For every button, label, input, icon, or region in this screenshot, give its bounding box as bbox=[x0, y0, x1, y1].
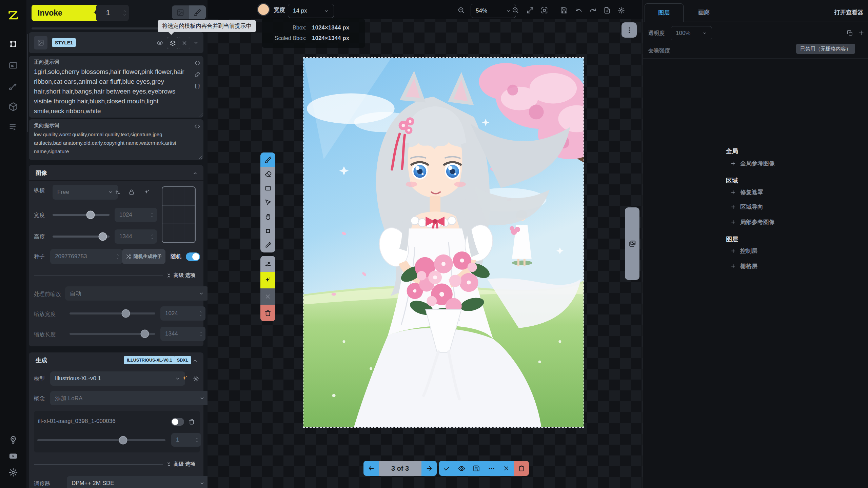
nav-queue-icon[interactable] bbox=[6, 120, 20, 134]
aspect-select[interactable]: Free bbox=[53, 185, 118, 200]
lora-enabled-toggle[interactable] bbox=[171, 418, 184, 426]
add-inpaint-mask[interactable]: 修复遮罩 bbox=[730, 188, 763, 196]
model-settings-button[interactable] bbox=[192, 374, 200, 383]
lora-weight-input[interactable]: 1 bbox=[171, 433, 201, 447]
prompt-braces-button[interactable]: { } bbox=[193, 81, 202, 90]
template-image-mode-button[interactable] bbox=[172, 5, 189, 19]
optimize-size-button[interactable] bbox=[142, 188, 151, 197]
style-badge[interactable]: STYLE1 bbox=[52, 38, 76, 47]
model-default-settings-button[interactable] bbox=[180, 374, 189, 383]
slider-knob[interactable] bbox=[99, 232, 107, 241]
random-seed-toggle[interactable] bbox=[186, 252, 200, 261]
add-lora-select[interactable]: 添加 LoRA bbox=[50, 391, 210, 405]
prompt-link-button[interactable] bbox=[193, 70, 202, 79]
lora-weight-slider[interactable] bbox=[37, 439, 165, 441]
negative-prompt-input[interactable]: low quality,worst quality,normal quality… bbox=[34, 130, 188, 157]
randomize-seed-button[interactable]: 随机生成种子 bbox=[122, 249, 165, 264]
generated-image-bbox[interactable] bbox=[303, 57, 584, 428]
queue-count-stepper[interactable] bbox=[120, 9, 129, 17]
canvas-context-menu-button[interactable] bbox=[622, 22, 637, 38]
redo-button[interactable] bbox=[588, 5, 598, 15]
seed-stepper[interactable] bbox=[114, 253, 121, 260]
scale-mode-select[interactable]: 自动 bbox=[65, 286, 209, 301]
tab-layers[interactable]: 图层 bbox=[645, 3, 684, 22]
collapse-section-button[interactable] bbox=[191, 169, 199, 177]
prompt-code-button[interactable] bbox=[193, 59, 202, 67]
zoom-out-button[interactable] bbox=[456, 5, 466, 15]
add-regional-reference-image[interactable]: 局部参考图像 bbox=[730, 218, 775, 226]
lora-delete-button[interactable] bbox=[187, 417, 196, 426]
delete-region-button[interactable] bbox=[260, 305, 275, 321]
nav-upscale-icon[interactable] bbox=[6, 59, 20, 72]
collapse-section-button[interactable] bbox=[191, 357, 199, 365]
accept-image-button[interactable] bbox=[439, 461, 454, 476]
generate-region-button[interactable] bbox=[260, 272, 275, 288]
height-slider[interactable] bbox=[53, 236, 110, 238]
tool-brush[interactable] bbox=[260, 152, 275, 167]
canvas-area[interactable]: 宽度 14 px 54% Bbox:1024×1344 px bbox=[208, 0, 643, 488]
nav-canvas-icon[interactable] bbox=[6, 37, 20, 51]
style-remove-button[interactable] bbox=[179, 37, 190, 49]
canvas-settings-button[interactable] bbox=[616, 5, 626, 15]
slider-knob[interactable] bbox=[122, 309, 130, 318]
resize-handle[interactable] bbox=[198, 155, 202, 159]
new-canvas-button[interactable] bbox=[602, 5, 612, 15]
add-control-layer[interactable]: 控制层 bbox=[730, 247, 757, 255]
next-image-button[interactable] bbox=[421, 461, 437, 476]
height-stepper[interactable] bbox=[149, 233, 156, 240]
height-input[interactable]: 1344 bbox=[115, 229, 157, 244]
add-raster-layer[interactable]: 栅格层 bbox=[730, 262, 757, 270]
tool-select[interactable] bbox=[260, 195, 275, 209]
tool-color-picker[interactable] bbox=[260, 238, 275, 252]
slider-knob[interactable] bbox=[141, 330, 149, 338]
show-hide-button[interactable] bbox=[454, 461, 469, 476]
panel-scrollbar[interactable] bbox=[27, 34, 28, 132]
youtube-icon[interactable] bbox=[6, 449, 20, 463]
fit-view-button[interactable] bbox=[525, 5, 535, 15]
brush-color-swatch[interactable] bbox=[258, 4, 269, 15]
width-slider[interactable] bbox=[53, 214, 110, 216]
generation-advanced-options[interactable]: 高级 选项 bbox=[166, 461, 195, 467]
discard-all-button[interactable] bbox=[514, 461, 529, 476]
fit-bbox-button[interactable] bbox=[539, 5, 549, 15]
gallery-panel-handle[interactable] bbox=[625, 207, 639, 280]
filter-button[interactable] bbox=[260, 256, 275, 272]
tips-lightbulb-icon[interactable] bbox=[6, 433, 20, 447]
scaled-width-slider[interactable] bbox=[70, 312, 155, 314]
slider-knob[interactable] bbox=[86, 211, 95, 219]
tool-transform[interactable] bbox=[260, 224, 275, 238]
cancel-region-button[interactable] bbox=[260, 288, 275, 305]
save-canvas-button[interactable] bbox=[559, 5, 569, 15]
scheduler-select[interactable]: DPM++ 2M SDE bbox=[67, 476, 210, 488]
discard-image-button[interactable] bbox=[499, 461, 514, 476]
tool-pan[interactable] bbox=[260, 209, 275, 224]
nav-workflows-icon[interactable] bbox=[6, 80, 20, 93]
seed-input[interactable]: 2097769753 bbox=[50, 249, 122, 264]
style-thumbnail[interactable] bbox=[34, 36, 47, 49]
brush-width-select[interactable]: 14 px bbox=[288, 4, 334, 18]
add-regional-guidance[interactable]: 区域导向 bbox=[730, 203, 763, 211]
open-viewer-button[interactable]: 打开查看器 bbox=[806, 3, 863, 21]
style-expand-button[interactable] bbox=[191, 38, 201, 48]
zoom-in-button[interactable] bbox=[510, 5, 520, 15]
tab-gallery[interactable]: 画廊 bbox=[687, 3, 721, 21]
previous-image-button[interactable] bbox=[363, 461, 379, 476]
scaled-height-input[interactable]: 1344 bbox=[160, 327, 205, 341]
tool-eraser[interactable] bbox=[260, 167, 275, 181]
settings-gear-icon[interactable] bbox=[6, 466, 20, 479]
zoom-level-select[interactable]: 54% bbox=[471, 4, 516, 18]
nav-models-icon[interactable] bbox=[6, 100, 20, 114]
scaled-height-slider[interactable] bbox=[70, 333, 155, 335]
width-stepper[interactable] bbox=[149, 212, 156, 218]
generation-section-header[interactable]: 生成 ILLUSTRIOUS-XL-V0.1 SDXL bbox=[29, 352, 203, 368]
width-input[interactable]: 1024 bbox=[115, 208, 157, 222]
opacity-select[interactable]: 100% bbox=[671, 26, 712, 40]
more-actions-button[interactable] bbox=[484, 461, 499, 476]
undo-button[interactable] bbox=[573, 5, 584, 15]
positive-prompt-input[interactable]: 1girl,solo,cherry blossoms,hair flower,p… bbox=[34, 67, 188, 115]
style-merge-button[interactable] bbox=[167, 37, 178, 49]
slider-knob[interactable] bbox=[119, 436, 127, 445]
resize-handle[interactable] bbox=[198, 112, 202, 117]
image-advanced-options[interactable]: 高级 选项 bbox=[166, 272, 195, 279]
scaled-width-input[interactable]: 1024 bbox=[160, 306, 205, 321]
